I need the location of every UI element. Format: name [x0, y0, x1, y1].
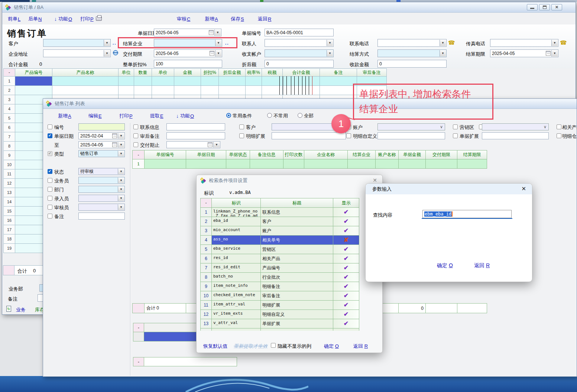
settings-cell[interactable]: 产品编号 [261, 263, 333, 273]
settings-row-number[interactable]: 8 [201, 273, 212, 282]
settings-row-number[interactable]: 11 [201, 301, 212, 310]
grid-cell[interactable] [246, 77, 262, 86]
list-header-cell[interactable]: 单据状态 [226, 150, 250, 159]
list-header-cell[interactable]: 单据日期 [186, 150, 226, 159]
filter-checkbox-明细自定义[interactable] [346, 133, 351, 138]
calendar-icon[interactable] [546, 51, 551, 56]
toolbar-button-保存[interactable]: 保存S [231, 16, 244, 22]
grid-cell[interactable] [134, 86, 152, 95]
globe-icon[interactable] [113, 50, 118, 55]
list-cell[interactable] [304, 159, 348, 169]
settings-cell[interactable]: 联系信息 [261, 208, 333, 217]
hide-columns-checkbox[interactable] [271, 343, 276, 348]
settings-row-number[interactable]: 12 [201, 310, 212, 319]
list-cell[interactable] [457, 159, 487, 169]
filter-checkbox-审后备注[interactable] [133, 133, 138, 138]
minimize-button[interactable] [527, 4, 538, 10]
grid-header-cell[interactable]: 审后备注 [357, 68, 387, 77]
grid-cell[interactable] [320, 86, 357, 95]
settings-cell[interactable]: eba_service [212, 245, 261, 254]
grid-row-number[interactable]: 7 [3, 132, 15, 142]
settings-cell[interactable]: batch_no [212, 273, 261, 282]
grid-cell[interactable] [246, 86, 262, 95]
filter-checkbox-明细扩展[interactable] [239, 133, 244, 138]
filter-checkbox-营销区[interactable] [453, 124, 458, 129]
calendar-icon[interactable] [112, 142, 117, 147]
list-header-cell[interactable]: - [132, 150, 145, 159]
settings-row-number[interactable]: 3 [201, 226, 212, 236]
grid-row-number[interactable]: 3 [3, 95, 15, 104]
filter-checkbox-交付期止[interactable] [133, 142, 138, 147]
grid-header-cell[interactable]: 税率% [246, 68, 262, 77]
back-button[interactable]: 返回 R [474, 262, 490, 269]
filter-input-备注[interactable] [78, 213, 125, 220]
display-flag-cell[interactable]: ✔ [333, 245, 359, 254]
restore-defaults-button[interactable]: 恢复默认值 [203, 343, 227, 350]
settings-row-number[interactable]: 4 [201, 236, 212, 245]
filter-select-业务员[interactable]: ▼ [78, 177, 125, 184]
list-header-cell[interactable]: 备注信息 [250, 150, 283, 159]
filter-checkbox-录入员[interactable] [48, 196, 52, 201]
grid-row-number[interactable]: 16 [3, 216, 15, 225]
settings-row-number[interactable]: 13 [201, 319, 212, 328]
list-header-cell[interactable]: 打印次数 [283, 150, 304, 159]
chevron-down-icon[interactable]: ▼ [551, 40, 558, 46]
chevron-down-icon[interactable]: ∨ [544, 124, 547, 129]
calendar-icon[interactable] [112, 133, 117, 138]
customer-select[interactable]: ▼ [43, 39, 111, 47]
chevron-down-icon[interactable]: ▼ [118, 187, 124, 192]
grid-row-number[interactable]: 9 [3, 151, 15, 160]
received-input[interactable]: 0 [377, 60, 447, 68]
settings-cell[interactable]: ass_no [212, 236, 261, 245]
filter-checkbox-类型[interactable] [48, 151, 52, 156]
display-flag-cell[interactable]: ✔ [333, 217, 359, 226]
maximize-button[interactable] [539, 4, 550, 10]
settings-cell[interactable]: 相关单号 [261, 236, 333, 245]
settings-cell[interactable]: 账户 [261, 226, 333, 236]
chevron-down-icon[interactable]: ▼ [118, 133, 124, 139]
display-flag-cell[interactable]: ✔ [333, 282, 359, 291]
filter-select-审核员[interactable]: ▼ [78, 204, 125, 211]
list-row-number[interactable]: 1 [132, 159, 145, 169]
chevron-down-icon[interactable]: ▼ [118, 204, 124, 210]
filter-input-单据扩展[interactable] [482, 132, 549, 139]
list-cell[interactable] [145, 159, 186, 169]
toolbar-button-新增[interactable]: 新增A [205, 16, 218, 22]
filter-checkbox-单据日期[interactable] [48, 133, 52, 138]
grid-cell[interactable] [201, 77, 219, 86]
grid-row-number[interactable]: 14 [3, 197, 15, 207]
grid-header-cell[interactable]: 单价 [152, 68, 174, 77]
address-select[interactable]: ▼ [43, 49, 111, 57]
search-content-input[interactable]: ebm_eba_id [422, 210, 512, 218]
settings-cell[interactable]: eba_id [212, 217, 261, 226]
list-cell[interactable] [186, 159, 226, 169]
chevron-down-icon[interactable]: ▼ [213, 142, 220, 148]
chevron-down-icon[interactable]: ▼ [104, 50, 110, 56]
settings-cell[interactable]: item_attr_val [212, 301, 261, 310]
phone-select[interactable]: ▼ [377, 39, 447, 47]
filter-select-账户[interactable]: ∨ [377, 123, 445, 130]
grid-header-cell[interactable]: 数量 [134, 68, 152, 77]
grid-cell[interactable] [174, 86, 201, 95]
grid-row-number[interactable]: 4 [3, 104, 15, 114]
grid-header-cell[interactable]: 税额 [262, 68, 283, 77]
grid-row-number[interactable]: 1 [3, 77, 15, 86]
list-header-cell[interactable]: 结算期限 [457, 150, 487, 159]
phone-icon[interactable]: ☎ [448, 40, 455, 45]
grid-row-number[interactable]: 8 [3, 142, 15, 151]
display-flag-cell[interactable]: ✔ [333, 291, 359, 301]
filter-input-明细扩展[interactable] [272, 132, 346, 139]
filter-date-至[interactable]: 2025-04-05▼ [78, 141, 125, 148]
filter-select-营销区[interactable]: ∨ [482, 123, 549, 130]
grid-cell[interactable] [283, 86, 320, 95]
list-header-cell[interactable]: 账户名称 [376, 150, 399, 159]
grid-cell[interactable] [219, 86, 246, 95]
toolbar-button-返回[interactable]: 返回R [258, 16, 271, 22]
settings-cell[interactable]: 明细备注 [261, 282, 333, 291]
close-icon[interactable]: ✕ [521, 185, 526, 192]
settings-cell[interactable]: checked_item_note [212, 291, 261, 301]
toolbar-button-后单[interactable]: 后单N [28, 16, 42, 22]
filter-select-录入员[interactable]: ▼ [78, 195, 125, 202]
settings-cell[interactable]: 审后备注 [261, 291, 333, 301]
customer-lookup-button[interactable]: .. [113, 41, 117, 46]
